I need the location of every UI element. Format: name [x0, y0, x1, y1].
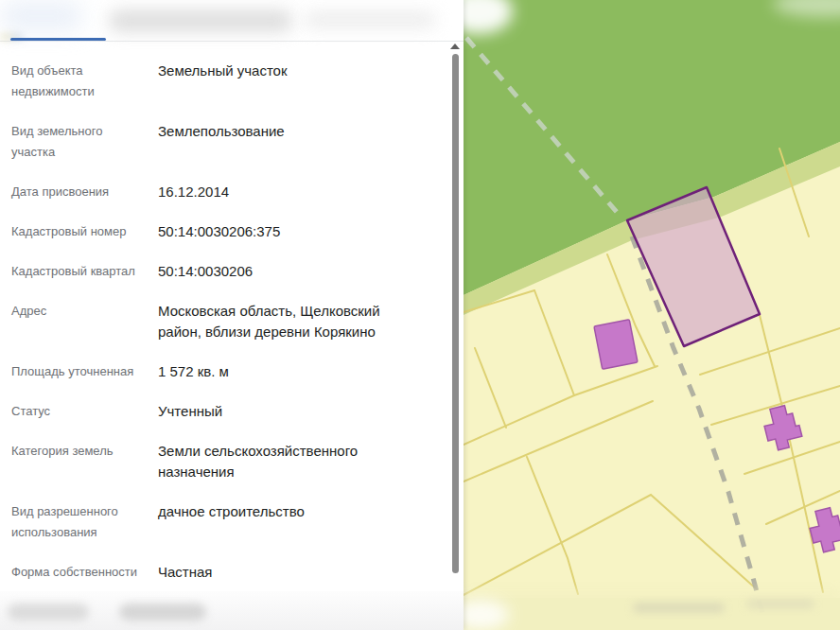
attribute-list: Вид объекта недвижимости Земельный участ… [0, 42, 448, 591]
attribute-row: Категория земель Земли сельскохозяйствен… [11, 441, 448, 482]
object-card-panel: Вид объекта недвижимости Земельный участ… [0, 0, 464, 630]
attribute-row: Адрес Московская область, Щелковский рай… [11, 301, 448, 342]
tab-blurred-2[interactable] [110, 10, 291, 31]
attribute-value: 50:14:0030206 [158, 261, 253, 282]
scrollbar-thumb[interactable] [452, 54, 459, 573]
panel-footer [0, 591, 464, 630]
attribute-row: Статус Учтенный [11, 401, 448, 422]
attribute-value: дачное строительство [158, 501, 305, 543]
attribute-row: Дата присвоения 16.12.2014 [11, 182, 448, 202]
attribute-label: Форма собственности [11, 562, 158, 583]
tab-blurred-3[interactable] [305, 12, 435, 27]
attribute-row: Вид земельного участка Землепользование [11, 121, 448, 163]
map-building-1 [594, 320, 638, 369]
attribute-label: Статус [11, 401, 158, 422]
tab-bar [0, 0, 464, 42]
blurred-logo [2, 2, 81, 30]
map-footer-blur [464, 588, 840, 630]
attribute-value: Московская область, Щелковский район, вб… [158, 301, 404, 342]
attribute-value: Учтенный [158, 401, 222, 422]
attribute-label: Вид земельного участка [11, 121, 158, 163]
attribute-row: Кадастровый номер 50:14:0030206:375 [11, 221, 448, 242]
attribute-value: 50:14:0030206:375 [158, 221, 280, 242]
attribute-value: Земельный участок [158, 61, 288, 102]
attribute-row: Вид разрешенного использования дачное ст… [11, 501, 448, 543]
attribute-row: Кадастровый квартал 50:14:0030206 [11, 261, 448, 282]
footer-button-blurred-2[interactable] [119, 604, 206, 621]
attribute-value: Земли сельскохозяйственного назначения [158, 441, 404, 482]
attribute-label: Площадь уточненная [11, 361, 158, 382]
footer-button-blurred-1[interactable] [8, 604, 89, 621]
cadastral-map[interactable] [464, 0, 840, 630]
attribute-label: Категория земель [11, 441, 158, 482]
attribute-value: Частная [158, 562, 212, 583]
attribute-label: Адрес [11, 301, 158, 342]
attribute-row: Площадь уточненная 1 572 кв. м [11, 361, 448, 382]
attribute-value: Землепользование [158, 121, 285, 163]
attribute-row: Вид объекта недвижимости Земельный участ… [11, 61, 448, 102]
attribute-value: 16.12.2014 [158, 182, 229, 202]
attribute-label: Вид разрешенного использования [11, 501, 158, 543]
attribute-value: 1 572 кв. м [158, 361, 229, 382]
scrollbar-up-arrow-icon[interactable] [450, 44, 460, 49]
attribute-label: Кадастровый номер [11, 221, 158, 242]
attribute-row: Форма собственности Частная [11, 562, 448, 583]
attribute-label: Дата присвоения [11, 182, 158, 202]
active-tab-indicator[interactable] [10, 38, 106, 41]
attribute-label: Кадастровый квартал [11, 261, 158, 282]
attribute-label: Вид объекта недвижимости [11, 61, 158, 102]
